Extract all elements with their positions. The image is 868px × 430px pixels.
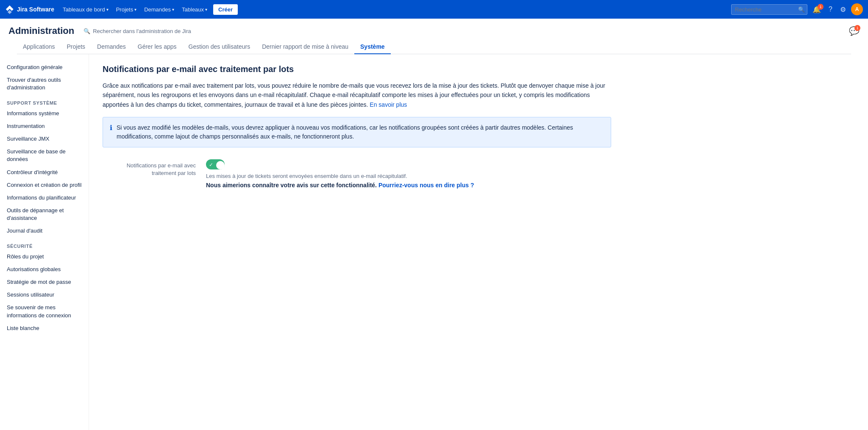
toggle-track: ✓ [206, 159, 225, 169]
top-nav-menu: Tableaux de bord ▾ Projets ▾ Demandes ▾ … [59, 4, 729, 15]
chevron-down-icon: ▾ [134, 7, 136, 12]
logo-text: Jira Software [17, 6, 54, 13]
logo[interactable]: Jira Software [5, 5, 54, 14]
sidebar-item-connexion-profil[interactable]: Connexion et création de profil [0, 179, 89, 191]
settings-button[interactable]: ⚙ [837, 4, 849, 15]
admin-title: Administration [8, 25, 74, 36]
gear-icon: ⚙ [840, 6, 846, 13]
avatar-initials: A [855, 6, 859, 12]
sidebar-item-info-planificateur[interactable]: Informations du planificateur [0, 191, 89, 204]
feedback-text: Nous aimerions connaître votre avis sur … [206, 182, 854, 189]
sidebar-item-informations-systeme[interactable]: Informations système [0, 107, 89, 120]
admin-search-label: Rechercher dans l'administration de Jira [93, 28, 191, 34]
help-button[interactable]: ? [826, 4, 835, 15]
sidebar: Configuration générale Trouver d'autres … [0, 54, 89, 430]
search-icon: 🔍 [83, 28, 90, 34]
sidebar-item-strategie-mot-passe[interactable]: Stratégie de mot de passe [0, 276, 89, 289]
tab-projets[interactable]: Projets [61, 40, 92, 54]
chevron-down-icon: ▾ [172, 7, 174, 12]
batch-email-toggle[interactable]: ✓ [206, 159, 225, 169]
tab-gerer-apps[interactable]: Gérer les apps [132, 40, 183, 54]
tab-demandes[interactable]: Demandes [91, 40, 132, 54]
sidebar-section-support: SUPPORT SYSTÈME [0, 94, 89, 107]
chevron-down-icon: ▾ [106, 7, 108, 12]
admin-notif-badge: 1 [854, 25, 860, 31]
user-avatar[interactable]: A [851, 3, 863, 15]
form-label-toggle: Notifications par e-mail avec traitement… [103, 159, 196, 177]
info-box: ℹ Si vous avez modifié les modèles de-ma… [103, 117, 611, 147]
jira-logo-icon [5, 5, 14, 14]
admin-search-button[interactable]: 🔍 Rechercher dans l'administration de Ji… [79, 26, 195, 36]
sidebar-item-roles-projet[interactable]: Rôles du projet [0, 250, 89, 263]
chevron-down-icon: ▾ [205, 7, 207, 12]
page-title: Notifications par e-mail avec traitement… [103, 64, 854, 74]
sidebar-item-outils-depannage[interactable]: Outils de dépannage et d'assistance [0, 204, 89, 225]
sidebar-section-security: SÉCURITÉ [0, 238, 89, 250]
create-button[interactable]: Créer [213, 4, 238, 15]
tab-systeme[interactable]: Système [354, 40, 391, 54]
sidebar-item-sessions-utilisateur[interactable]: Sessions utilisateur [0, 289, 89, 301]
sidebar-item-instrumentation[interactable]: Instrumentation [0, 120, 89, 133]
sidebar-item-autres-outils[interactable]: Trouver d'autres outils d'administration [0, 74, 89, 94]
sidebar-item-controleur-integrite[interactable]: Contrôleur d'intégrité [0, 166, 89, 179]
notifications-button[interactable]: 🔔 1 [810, 4, 823, 15]
sidebar-item-config-generale[interactable]: Configuration générale [0, 61, 89, 74]
main-content: Notifications par e-mail avec traitement… [89, 54, 868, 430]
sidebar-item-autorisations-globales[interactable]: Autorisations globales [0, 263, 89, 276]
form-control-toggle: ✓ Les mises à jour de tickets seront env… [206, 159, 854, 189]
sidebar-item-se-souvenir[interactable]: Se souvenir de mes informations de conne… [0, 301, 89, 322]
nav-demandes[interactable]: Demandes ▾ [141, 4, 178, 15]
nav-tableaux-de-bord[interactable]: Tableaux de bord ▾ [59, 4, 112, 15]
sidebar-item-surveillance-bdd[interactable]: Surveillance de base de données [0, 145, 89, 166]
search-input[interactable] [731, 4, 807, 15]
nav-tableaux[interactable]: Tableaux ▾ [178, 4, 211, 15]
toggle-description: Les mises à jour de tickets seront envoy… [206, 173, 854, 179]
sidebar-item-liste-blanche[interactable]: Liste blanche [0, 322, 89, 335]
top-nav-right: 🔍 🔔 1 ? ⚙ A [731, 3, 863, 15]
admin-header: Administration 🔍 Rechercher dans l'admin… [0, 19, 868, 36]
tab-rapport[interactable]: Dernier rapport de mise à niveau [256, 40, 354, 54]
main-layout: Configuration générale Trouver d'autres … [0, 54, 868, 430]
tab-gestion-utilisateurs[interactable]: Gestion des utilisateurs [183, 40, 256, 54]
toggle-wrap: ✓ [206, 159, 854, 169]
toggle-thumb [216, 161, 225, 169]
secondary-nav-wrapper: Applications Projets Demandes Gérer les … [8, 36, 860, 54]
learn-more-link[interactable]: En savoir plus [370, 101, 407, 108]
description-paragraph: Grâce aux notifications par e-mail avec … [103, 81, 611, 109]
feedback-link[interactable]: Pourriez-vous nous en dire plus ? [378, 182, 474, 189]
nav-projets[interactable]: Projets ▾ [113, 4, 140, 15]
help-icon: ? [829, 6, 832, 13]
sidebar-item-surveillance-jmx[interactable]: Surveillance JMX [0, 133, 89, 145]
top-navigation: Jira Software Tableaux de bord ▾ Projets… [0, 0, 868, 19]
secondary-navigation: Applications Projets Demandes Gérer les … [17, 36, 851, 54]
info-box-text: Si vous avez modifié les modèles de-mail… [117, 123, 604, 141]
search-wrap: 🔍 [731, 4, 807, 15]
info-icon: ℹ [110, 124, 112, 132]
tab-applications[interactable]: Applications [17, 40, 61, 54]
admin-notification-icon[interactable]: 💬 1 [849, 26, 860, 36]
form-row-toggle: Notifications par e-mail avec traitement… [103, 159, 854, 189]
sidebar-item-journal-audit[interactable]: Journal d'audit [0, 225, 89, 237]
notification-badge: 1 [818, 4, 823, 10]
check-icon: ✓ [209, 162, 213, 168]
